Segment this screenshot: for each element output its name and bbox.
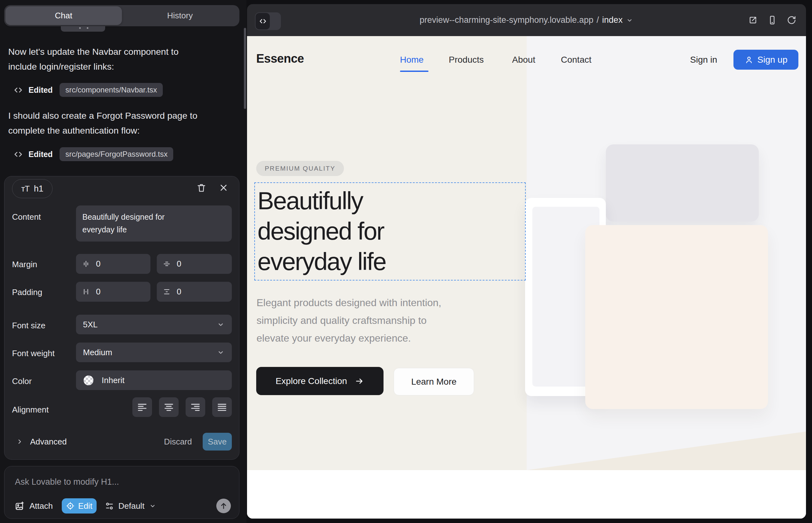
send-button[interactable] — [216, 499, 231, 513]
font-weight-select[interactable]: Medium — [76, 343, 232, 362]
nav-link-contact[interactable]: Contact — [561, 55, 592, 65]
delete-element-button[interactable] — [196, 183, 207, 193]
margin-y-input[interactable]: 0 — [157, 254, 232, 274]
edited-file-row: Edited src/pages/ForgotPassword.tsx — [13, 147, 173, 161]
content-textarea[interactable]: Beautifully designed for everyday life — [76, 205, 232, 241]
site-canvas: Essence Home Products About Contact Sign… — [247, 36, 806, 519]
hero-paragraph: Elegant products designed with intention… — [257, 294, 441, 347]
url-separator: / — [597, 15, 599, 25]
chat-input-toolbar: Attach Edit Default — [4, 498, 240, 514]
mobile-view-icon[interactable] — [767, 15, 777, 25]
padding-y-input[interactable]: 0 — [157, 282, 232, 302]
edit-label: Edit — [78, 501, 92, 511]
sign-in-link[interactable]: Sign in — [690, 55, 717, 65]
font-size-select[interactable]: 5XL — [76, 315, 232, 334]
color-value: Inherit — [102, 376, 124, 385]
code-preview-toggle[interactable] — [255, 12, 281, 30]
file-chip-navbar[interactable]: src/components/Navbar.tsx — [59, 83, 162, 97]
site-logo[interactable]: Essence — [256, 52, 304, 66]
tab-history[interactable]: History — [122, 6, 239, 25]
site-diagonal-decoration — [527, 432, 806, 470]
align-left-button[interactable] — [133, 397, 152, 417]
chat-message: I should also create a Forgot Password p… — [8, 108, 236, 138]
target-icon — [66, 502, 75, 510]
learn-more-button[interactable]: Learn More — [394, 368, 474, 395]
margin-y-value: 0 — [177, 259, 181, 269]
hero-badge: PREMIUM QUALITY — [256, 161, 344, 176]
chat-history-tabbar: Chat History — [4, 5, 240, 26]
padding-x-value: 0 — [96, 287, 100, 296]
alignment-button-group — [76, 397, 232, 417]
selected-tag: h1 — [34, 184, 43, 194]
color-picker-field[interactable]: Inherit — [76, 371, 232, 390]
sidebar: Chat History Now let's update the Navbar… — [0, 0, 246, 523]
type-icon: тT — [21, 184, 30, 194]
nav-link-about[interactable]: About — [512, 55, 535, 65]
explore-collection-label: Explore Collection — [276, 376, 347, 386]
preview-actions — [748, 4, 796, 36]
chat-message: Now let's update the Navbar component to… — [8, 44, 236, 74]
padding-label: Padding — [12, 287, 42, 297]
edited-label: Edited — [29, 150, 53, 159]
settings-sliders-icon — [105, 502, 114, 511]
nav-link-home[interactable]: Home — [400, 55, 424, 65]
chevron-down-icon — [626, 16, 633, 24]
save-button[interactable]: Save — [203, 433, 232, 451]
font-size-label: Font size — [12, 321, 46, 330]
decor-card-gray — [606, 144, 759, 222]
scrolled-chip-partial — [61, 26, 105, 32]
url-page: index — [602, 15, 623, 25]
align-center-button[interactable] — [159, 397, 179, 417]
padding-x-input[interactable]: 0 — [76, 282, 151, 302]
hero-heading[interactable]: Beautifully designed for everyday life — [258, 185, 386, 277]
edit-mode-button[interactable]: Edit — [62, 498, 96, 513]
align-right-button[interactable] — [186, 397, 205, 417]
arrow-up-icon — [219, 502, 228, 510]
chat-input-box[interactable]: Ask Lovable to modify H1... Attach Edit … — [4, 466, 240, 519]
refresh-icon[interactable] — [787, 15, 796, 25]
url-breadcrumb[interactable]: preview--charming-site-symphony.lovable.… — [420, 15, 633, 25]
margin-x-input[interactable]: 0 — [76, 254, 151, 274]
content-label: Content — [12, 212, 41, 222]
mode-label: Default — [119, 501, 144, 511]
margin-x-value: 0 — [96, 259, 100, 269]
tab-chat[interactable]: Chat — [5, 6, 122, 25]
chevron-down-icon — [149, 502, 156, 510]
decor-card-cream — [585, 225, 768, 409]
edited-label: Edited — [29, 86, 53, 95]
preview-header: preview--charming-site-symphony.lovable.… — [247, 4, 806, 36]
sidebar-scrollbar[interactable] — [244, 28, 246, 109]
close-panel-icon[interactable] — [218, 183, 229, 193]
edited-file-row: Edited src/components/Navbar.tsx — [13, 83, 163, 97]
file-chip-forgot-password[interactable]: src/pages/ForgotPassword.tsx — [59, 147, 173, 161]
font-weight-value: Medium — [83, 348, 112, 357]
open-external-icon[interactable] — [748, 15, 758, 25]
alignment-label: Alignment — [12, 405, 49, 415]
advanced-toggle[interactable]: Advanced — [16, 437, 67, 447]
attach-button[interactable]: Attach — [15, 501, 53, 511]
padding-y-value: 0 — [177, 287, 181, 296]
tab-chat-label: Chat — [55, 11, 72, 21]
image-plus-icon — [15, 501, 24, 511]
url-host: preview--charming-site-symphony.lovable.… — [420, 15, 594, 25]
explore-collection-button[interactable]: Explore Collection — [256, 367, 384, 395]
attach-label: Attach — [30, 501, 53, 511]
padding-y-icon — [162, 287, 171, 296]
code-icon — [13, 149, 23, 159]
font-weight-label: Font weight — [12, 348, 54, 358]
advanced-label: Advanced — [30, 437, 67, 447]
sign-up-button[interactable]: Sign up — [734, 50, 798, 70]
transparent-swatch-icon — [84, 376, 93, 385]
selected-element-badge: тT h1 — [12, 179, 53, 198]
preview-window: preview--charming-site-symphony.lovable.… — [247, 4, 806, 519]
font-size-value: 5XL — [83, 320, 98, 329]
margin-x-icon — [82, 259, 90, 268]
discard-button[interactable]: Discard — [164, 437, 192, 447]
nav-link-products[interactable]: Products — [449, 55, 484, 65]
chevron-right-icon — [16, 438, 23, 446]
color-label: Color — [12, 376, 32, 386]
sign-up-label: Sign up — [758, 55, 788, 65]
panel-footer: Advanced Discard Save — [4, 432, 240, 452]
align-justify-button[interactable] — [212, 397, 232, 417]
mode-selector[interactable]: Default — [105, 501, 156, 511]
